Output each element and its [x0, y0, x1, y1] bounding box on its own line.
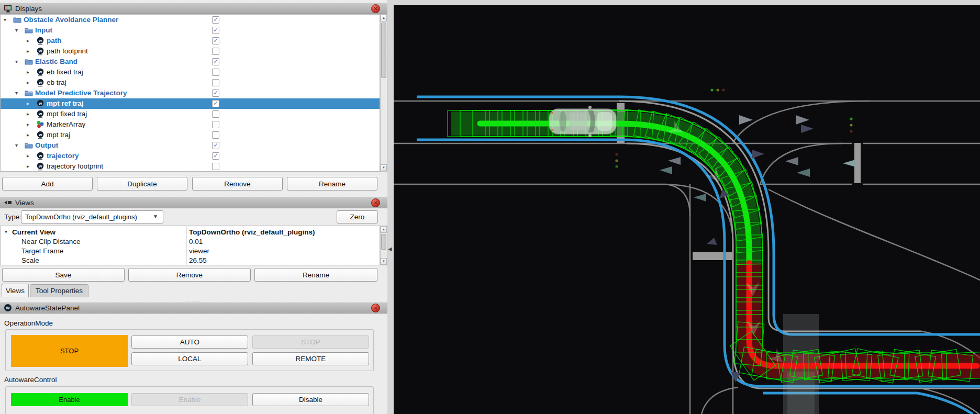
- autoware-panel-header[interactable]: w AutowareStatePanel ✕: [0, 302, 387, 314]
- collapse-arrow-icon[interactable]: ▸: [27, 121, 29, 128]
- add-button[interactable]: Add: [2, 177, 93, 191]
- tree-row-obstacle-avoidance-planner[interactable]: ▾Obstacle Avoidance Planner✓: [1, 15, 380, 25]
- property-row-target-frame[interactable]: Target Frameviewer: [1, 247, 380, 256]
- expand-arrow-icon[interactable]: ▾: [4, 16, 6, 24]
- collapse-arrow-icon[interactable]: ▸: [27, 37, 29, 44]
- tree-row-trajectory-footprint[interactable]: ▸wtrajectory footprint: [1, 161, 380, 172]
- views-close-icon[interactable]: ✕: [371, 198, 380, 207]
- displays-scrollbar[interactable]: ▲ ▼: [380, 14, 387, 172]
- view-type-value: TopDownOrtho (rviz_default_plugins): [25, 213, 137, 221]
- zero-button[interactable]: Zero: [337, 210, 378, 223]
- collapse-arrow-icon[interactable]: ▸: [27, 131, 29, 139]
- tree-row-eb-fixed-traj[interactable]: ▸web fixed traj: [1, 67, 380, 77]
- scroll-up-icon[interactable]: ▲: [381, 226, 387, 233]
- scroll-up-icon[interactable]: ▲: [381, 15, 387, 21]
- view-type-dropdown[interactable]: TopDownOrtho (rviz_default_plugins) ▼: [21, 210, 163, 223]
- expand-arrow-icon[interactable]: ▾: [15, 27, 18, 34]
- expand-arrow-icon[interactable]: ▾: [15, 89, 18, 97]
- tab-views[interactable]: Views: [2, 284, 29, 297]
- scroll-thumb[interactable]: [381, 234, 386, 250]
- tree-row-mpt-traj[interactable]: ▸wmpt traj: [1, 130, 380, 140]
- remove-button[interactable]: Remove: [192, 177, 283, 191]
- map-scene: [394, 5, 980, 414]
- tree-row-path-footprint[interactable]: ▸wpath footprint: [1, 46, 380, 57]
- collapse-arrow-icon[interactable]: ▸: [27, 163, 29, 170]
- tree-row-elastic-band[interactable]: ▾Elastic Band✓: [1, 57, 380, 67]
- scroll-down-icon[interactable]: ▼: [381, 258, 387, 265]
- splitter-handle[interactable]: ......: [0, 192, 387, 195]
- tree-row-eb-traj[interactable]: ▸web traj: [1, 77, 380, 88]
- checkbox-checked[interactable]: ✓: [212, 27, 219, 34]
- checkbox-unchecked[interactable]: [212, 121, 219, 128]
- autoware-control-group: Enable Enable Disable: [5, 386, 374, 414]
- checkbox-checked[interactable]: ✓: [212, 37, 219, 44]
- property-row-scale[interactable]: Scale26.55: [1, 256, 380, 265]
- auto-button[interactable]: AUTO: [131, 335, 248, 349]
- operation-mode-label: OperationMode: [4, 319, 53, 327]
- local-button[interactable]: LOCAL: [131, 352, 248, 365]
- disable-button[interactable]: Disable: [252, 393, 369, 406]
- splitter-handle[interactable]: ......: [0, 172, 387, 175]
- splitter-handle[interactable]: ......: [0, 298, 387, 301]
- checkbox-checked[interactable]: ✓: [212, 89, 219, 97]
- property-name: Current View: [12, 228, 55, 236]
- svg-text:w: w: [38, 111, 42, 116]
- property-row-near-clip-distance[interactable]: Near Clip Distance0.01: [1, 237, 380, 247]
- checkbox-unchecked[interactable]: [212, 79, 219, 86]
- checkbox-checked[interactable]: ✓: [212, 58, 219, 65]
- collapse-arrow-icon[interactable]: ▸: [27, 152, 29, 160]
- expand-arrow-icon[interactable]: ▾: [15, 58, 18, 65]
- tree-item-label: trajectory: [47, 152, 79, 160]
- views-scrollbar[interactable]: ▲ ▼: [380, 226, 387, 265]
- svg-text:w: w: [38, 38, 42, 43]
- checkbox-unchecked[interactable]: [212, 163, 219, 170]
- remove-view-button[interactable]: Remove: [128, 268, 251, 282]
- tree-item-label: path footprint: [47, 47, 88, 55]
- folder-icon: [25, 89, 33, 97]
- tree-row-mpt-fixed-traj[interactable]: ▸wmpt fixed traj: [1, 109, 380, 119]
- displays-panel-header[interactable]: Displays ✕: [0, 3, 387, 14]
- checkbox-checked[interactable]: ✓: [212, 152, 219, 160]
- checkbox-checked[interactable]: ✓: [212, 100, 219, 107]
- tree-row-output[interactable]: ▾Output✓: [1, 140, 380, 151]
- checkbox-checked[interactable]: ✓: [212, 142, 219, 149]
- 3d-viewport[interactable]: [394, 5, 980, 414]
- collapse-arrow-icon[interactable]: ▸: [27, 79, 29, 86]
- remote-button[interactable]: REMOTE: [252, 352, 369, 365]
- checkbox-unchecked[interactable]: [212, 131, 219, 139]
- tree-row-input[interactable]: ▾Input✓: [1, 25, 380, 36]
- operation-mode-group: STOP AUTO STOP LOCAL REMOTE: [5, 329, 374, 371]
- checkbox-unchecked[interactable]: [212, 48, 219, 55]
- rename-button[interactable]: Rename: [287, 177, 377, 191]
- property-row-current-view[interactable]: ▾Current ViewTopDownOrtho (rviz_default_…: [1, 228, 380, 237]
- duplicate-button[interactable]: Duplicate: [97, 177, 187, 191]
- tree-row-path[interactable]: ▸wpath✓: [1, 36, 380, 46]
- expand-arrow-icon[interactable]: ▾: [5, 229, 7, 234]
- svg-text:w: w: [38, 164, 42, 169]
- tree-row-mpt-ref-traj[interactable]: ▸wmpt ref traj✓: [1, 98, 380, 109]
- views-panel-header[interactable]: Views ✕: [0, 197, 387, 208]
- displays-tree: ▾Obstacle Avoidance Planner✓▾Input✓▸wpat…: [0, 14, 380, 172]
- collapse-arrow-icon[interactable]: ▸: [27, 100, 29, 107]
- operation-mode-status-badge: STOP: [11, 335, 128, 367]
- stop-button: STOP: [252, 335, 369, 349]
- displays-close-icon[interactable]: ✕: [371, 4, 380, 13]
- expand-arrow-icon[interactable]: ▾: [15, 142, 18, 149]
- save-view-button[interactable]: Save: [2, 268, 125, 282]
- autoware-icon: w: [36, 68, 44, 76]
- collapse-arrow-icon[interactable]: ▸: [27, 48, 29, 55]
- autoware-close-icon[interactable]: ✕: [371, 304, 380, 312]
- tab-tool-properties[interactable]: Tool Properties: [30, 284, 88, 297]
- dock-collapse-icon[interactable]: ◀: [388, 246, 392, 252]
- tree-row-trajectory[interactable]: ▸wtrajectory✓: [1, 151, 380, 161]
- tree-row-model-predictive-trajectory[interactable]: ▾Model Predictive Trajectory✓: [1, 88, 380, 98]
- checkbox-unchecked[interactable]: [212, 69, 219, 76]
- rename-view-button[interactable]: Rename: [254, 268, 377, 282]
- checkbox-unchecked[interactable]: [212, 110, 219, 118]
- tree-row-markerarray[interactable]: ▸MarkerArray: [1, 119, 380, 130]
- scroll-down-icon[interactable]: ▼: [381, 164, 387, 171]
- scroll-thumb[interactable]: [381, 23, 386, 78]
- collapse-arrow-icon[interactable]: ▸: [27, 69, 29, 76]
- checkbox-checked[interactable]: ✓: [212, 16, 219, 24]
- collapse-arrow-icon[interactable]: ▸: [27, 110, 29, 118]
